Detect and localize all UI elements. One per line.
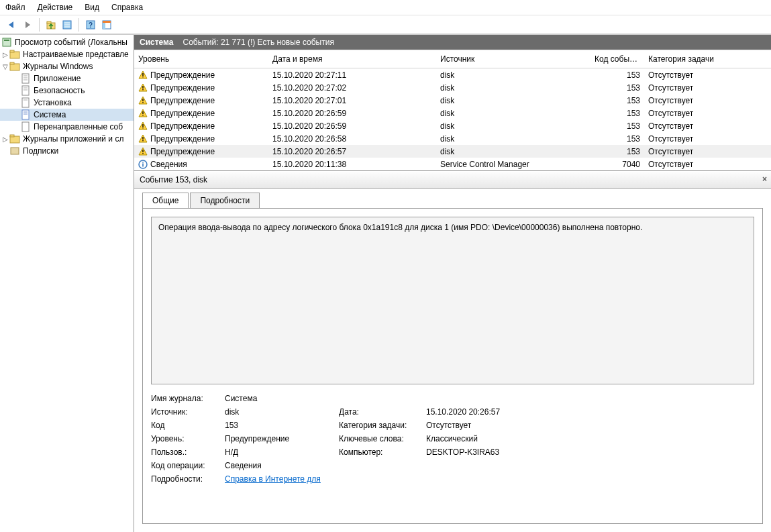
- menu-view[interactable]: Вид: [85, 3, 99, 12]
- lbl-user: Пользов.:: [151, 447, 218, 457]
- cell-date: 15.10.2020 20:26:59: [268, 109, 436, 118]
- folder-icon: [9, 49, 20, 60]
- detail-title: Событие 153, disk: [140, 175, 207, 184]
- table-row[interactable]: Предупреждение15.10.2020 20:26:57disk153…: [134, 145, 771, 158]
- lbl-code: Код: [151, 421, 218, 430]
- val-log: Система: [225, 394, 754, 403]
- col-level[interactable]: Уровень: [134, 54, 268, 64]
- info-icon: [138, 160, 148, 169]
- properties-button[interactable]: [60, 17, 74, 32]
- up-button[interactable]: [44, 17, 58, 32]
- val-source: disk: [225, 407, 332, 417]
- tree-security[interactable]: Безопасность: [0, 85, 134, 97]
- content-header: Система Событий: 21 771 (!) Есть новые с…: [134, 35, 771, 50]
- log-icon: [20, 121, 31, 132]
- tree-system[interactable]: Система: [0, 109, 134, 121]
- tree-subscriptions[interactable]: Подписки: [0, 145, 134, 157]
- val-code: 153: [225, 421, 332, 430]
- menu-action[interactable]: Действие: [38, 3, 73, 12]
- event-description: Операция ввода-вывода по адресу логическ…: [151, 217, 754, 384]
- cell-source: disk: [436, 70, 590, 80]
- close-icon[interactable]: ×: [762, 174, 767, 184]
- cell-date: 15.10.2020 20:27:01: [268, 96, 436, 105]
- table-row[interactable]: Предупреждение15.10.2020 20:27:01disk153…: [134, 94, 771, 107]
- svg-rect-44: [142, 140, 143, 141]
- cell-category: Отсутствует: [644, 121, 771, 131]
- table-row[interactable]: Предупреждение15.10.2020 20:27:02disk153…: [134, 81, 771, 94]
- forward-button[interactable]: [20, 17, 35, 32]
- event-properties: Имя журнала: Система Источник: disk Дата…: [151, 394, 754, 484]
- col-source[interactable]: Источник: [436, 54, 590, 64]
- lbl-computer: Компьютер:: [339, 447, 419, 457]
- help-button[interactable]: ?: [83, 17, 98, 32]
- svg-rect-24: [22, 98, 29, 107]
- tree-label: Установка: [34, 98, 72, 107]
- table-row[interactable]: Предупреждение15.10.2020 20:26:58disk153…: [134, 132, 771, 145]
- help-link[interactable]: Справка в Интернете для: [225, 474, 321, 484]
- cell-level: Предупреждение: [150, 83, 215, 93]
- svg-rect-46: [142, 153, 143, 154]
- folder-icon: [9, 134, 20, 144]
- table-row[interactable]: Предупреждение15.10.2020 20:26:59disk153…: [134, 119, 771, 132]
- val-level: Предупреждение: [225, 434, 332, 443]
- svg-rect-31: [10, 135, 14, 137]
- svg-rect-11: [3, 38, 11, 46]
- log-icon: [20, 97, 31, 108]
- warning-icon: [138, 147, 148, 156]
- tab-details[interactable]: Подробности: [190, 193, 260, 208]
- tree-app-services[interactable]: ▷ Журналы приложений и сл: [0, 133, 134, 145]
- svg-rect-26: [22, 110, 29, 119]
- cell-source: disk: [436, 147, 590, 156]
- lbl-opcode: Код операции:: [151, 461, 218, 470]
- cell-date: 15.10.2020 20:11:38: [268, 160, 436, 169]
- tree-label: Просмотр событий (Локальны: [15, 38, 127, 47]
- cell-level: Предупреждение: [150, 147, 215, 156]
- svg-rect-33: [142, 73, 143, 76]
- cell-level: Предупреждение: [150, 109, 215, 118]
- warning-icon: [138, 121, 148, 131]
- svg-rect-45: [142, 150, 143, 152]
- subscription-icon: [9, 146, 20, 156]
- svg-rect-41: [142, 124, 143, 127]
- svg-rect-21: [22, 86, 29, 95]
- cell-id: 153: [590, 96, 644, 105]
- cell-category: Отсутствует: [644, 70, 771, 80]
- detail-header: Событие 153, disk ×: [134, 171, 771, 189]
- cell-id: 7040: [590, 160, 644, 169]
- col-event-id[interactable]: Код события: [590, 54, 644, 64]
- cell-category: Отсутствует: [644, 147, 771, 156]
- tree-setup[interactable]: Установка: [0, 97, 134, 109]
- back-button[interactable]: [4, 17, 19, 32]
- col-category[interactable]: Категория задачи: [644, 54, 771, 64]
- tree-label: Безопасность: [34, 86, 85, 95]
- col-date[interactable]: Дата и время: [268, 54, 436, 64]
- cell-date: 15.10.2020 20:27:11: [268, 70, 436, 80]
- tree-application[interactable]: Приложение: [0, 72, 134, 85]
- svg-rect-12: [4, 40, 9, 41]
- tree-windows-logs[interactable]: ▽ Журналы Windows: [0, 60, 134, 72]
- menu-help[interactable]: Справка: [111, 3, 143, 12]
- tree-panel: Просмотр событий (Локальны ▷ Настраиваем…: [0, 35, 134, 532]
- cell-category: Отсутствует: [644, 134, 771, 144]
- table-row[interactable]: Сведения15.10.2020 20:11:38Service Contr…: [134, 158, 771, 170]
- svg-rect-29: [22, 122, 29, 131]
- val-keywords: Классический: [426, 434, 754, 443]
- grid-header: Уровень Дата и время Источник Код событи…: [134, 50, 771, 68]
- tree-custom-views[interactable]: ▷ Настраиваемые представле: [0, 48, 134, 60]
- tree-forwarded[interactable]: Перенаправленные соб: [0, 121, 134, 133]
- tab-general[interactable]: Общие: [142, 193, 189, 208]
- cell-id: 153: [590, 83, 644, 93]
- cell-id: 153: [590, 70, 644, 80]
- layout-button[interactable]: [99, 17, 114, 32]
- cell-date: 15.10.2020 20:26:59: [268, 121, 436, 131]
- lbl-keywords: Ключевые слова:: [339, 434, 419, 443]
- tab-panel-general: Операция ввода-вывода по адресу логическ…: [142, 208, 763, 524]
- menu-file[interactable]: Файл: [5, 3, 25, 12]
- svg-rect-36: [142, 89, 143, 90]
- table-row[interactable]: Предупреждение15.10.2020 20:27:11disk153…: [134, 68, 771, 81]
- table-row[interactable]: Предупреждение15.10.2020 20:26:59disk153…: [134, 107, 771, 119]
- warning-icon: [138, 83, 148, 93]
- tree-root[interactable]: Просмотр событий (Локальны: [0, 36, 134, 48]
- warning-icon: [138, 134, 148, 144]
- svg-rect-34: [142, 76, 143, 77]
